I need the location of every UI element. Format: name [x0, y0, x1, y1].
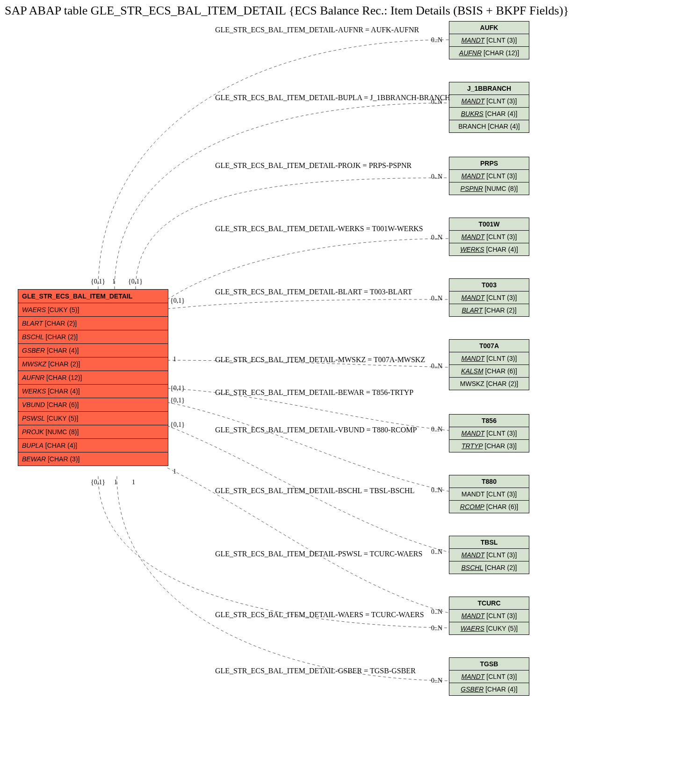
ref-table-field: AUFNR [CHAR (12)] — [449, 47, 529, 59]
main-field-row: VBUND [CHAR (6)] — [18, 398, 168, 412]
multiplicity-source: {0,1} — [170, 397, 185, 404]
ref-table-name: AUFK — [449, 22, 529, 34]
relationship-label: GLE_STR_ECS_BAL_ITEM_DETAIL-BEWAR = T856… — [215, 388, 413, 397]
multiplicity-target: 0..N — [431, 36, 442, 44]
ref-table-t007a: T007AMANDT [CLNT (3)]KALSM [CHAR (6)]MWS… — [449, 339, 529, 390]
ref-table-name: TCURC — [449, 597, 529, 610]
main-field-row: PSWSL [CUKY (5)] — [18, 412, 168, 425]
relationship-label: GLE_STR_ECS_BAL_ITEM_DETAIL-WAERS = TCUR… — [215, 611, 424, 619]
ref-table-field: MANDT [CLNT (3)] — [449, 95, 529, 108]
multiplicity-target: 0..N — [431, 677, 442, 685]
ref-table-name: T856 — [449, 415, 529, 427]
ref-table-field: PSPNR [NUMC (8)] — [449, 182, 529, 195]
multiplicity-target: 0..N — [431, 625, 442, 632]
multiplicity-target: 0..N — [431, 363, 442, 370]
multiplicity-target: 0..N — [431, 608, 442, 616]
diagram-title: SAP ABAP table GLE_STR_ECS_BAL_ITEM_DETA… — [5, 4, 569, 18]
ref-table-field: WERKS [CHAR (4)] — [449, 243, 529, 255]
ref-table-tcurc: TCURCMANDT [CLNT (3)]WAERS [CUKY (5)] — [449, 597, 529, 635]
main-field-row: WAERS [CUKY (5)] — [18, 303, 168, 317]
ref-table-field: BUKRS [CHAR (4)] — [449, 108, 529, 120]
multiplicity-source: 1 — [114, 479, 117, 486]
multiplicity-source: 1 — [112, 278, 115, 285]
relationship-label: GLE_STR_ECS_BAL_ITEM_DETAIL-WERKS = T001… — [215, 225, 423, 233]
ref-table-aufk: AUFKMANDT [CLNT (3)]AUFNR [CHAR (12)] — [449, 21, 529, 59]
ref-table-field: MANDT [CLNT (3)] — [449, 291, 529, 304]
main-field-row: BLART [CHAR (2)] — [18, 317, 168, 330]
multiplicity-target: 0..N — [431, 98, 442, 106]
relationship-label: GLE_STR_ECS_BAL_ITEM_DETAIL-BLART = T003… — [215, 288, 412, 296]
ref-table-field: MANDT [CLNT (3)] — [449, 670, 529, 683]
main-field-row: BSCHL [CHAR (2)] — [18, 330, 168, 344]
ref-table-t001w: T001WMANDT [CLNT (3)]WERKS [CHAR (4)] — [449, 218, 529, 256]
relationship-label: GLE_STR_ECS_BAL_ITEM_DETAIL-BSCHL = TBSL… — [215, 487, 414, 495]
main-entity-name: GLE_STR_ECS_BAL_ITEM_DETAIL — [18, 290, 168, 303]
ref-table-prps: PRPSMANDT [CLNT (3)]PSPNR [NUMC (8)] — [449, 157, 529, 195]
ref-table-name: T003 — [449, 279, 529, 291]
ref-table-t880: T880MANDT [CLNT (3)]RCOMP [CHAR (6)] — [449, 475, 529, 513]
ref-table-field: RCOMP [CHAR (6)] — [449, 501, 529, 513]
ref-table-j_1bbranch: J_1BBRANCHMANDT [CLNT (3)]BUKRS [CHAR (4… — [449, 82, 529, 133]
ref-table-field: BLART [CHAR (2)] — [449, 304, 529, 316]
multiplicity-source: {0,1} — [91, 278, 105, 285]
ref-table-field: BRANCH [CHAR (4)] — [449, 120, 529, 132]
multiplicity-target: 0..N — [431, 173, 442, 181]
ref-table-name: T007A — [449, 340, 529, 352]
ref-table-field: WAERS [CUKY (5)] — [449, 622, 529, 634]
relationship-label: GLE_STR_ECS_BAL_ITEM_DETAIL-PSWSL = TCUR… — [215, 550, 422, 558]
ref-table-field: MANDT [CLNT (3)] — [449, 427, 529, 440]
ref-table-name: TBSL — [449, 536, 529, 549]
ref-table-field: MWSKZ [CHAR (2)] — [449, 378, 529, 390]
multiplicity-target: 0..N — [431, 548, 442, 556]
multiplicity-source: {0,1} — [128, 278, 143, 285]
ref-table-field: KALSM [CHAR (6)] — [449, 365, 529, 378]
ref-table-field: MANDT [CLNT (3)] — [449, 34, 529, 47]
relationship-label: GLE_STR_ECS_BAL_ITEM_DETAIL-VBUND = T880… — [215, 426, 417, 434]
relationship-label: GLE_STR_ECS_BAL_ITEM_DETAIL-GSBER = TGSB… — [215, 667, 416, 675]
ref-table-name: J_1BBRANCH — [449, 82, 529, 95]
ref-table-field: MANDT [CLNT (3)] — [449, 488, 529, 501]
main-field-row: GSBER [CHAR (4)] — [18, 344, 168, 357]
ref-table-tgsb: TGSBMANDT [CLNT (3)]GSBER [CHAR (4)] — [449, 657, 529, 696]
multiplicity-target: 0..N — [431, 234, 442, 241]
main-field-row: MWSKZ [CHAR (2)] — [18, 357, 168, 371]
relationship-label: GLE_STR_ECS_BAL_ITEM_DETAIL-BUPLA = J_1B… — [215, 94, 450, 102]
main-field-row: WERKS [CHAR (4)] — [18, 385, 168, 398]
multiplicity-source: {0,1} — [170, 297, 185, 305]
multiplicity-source: 1 — [173, 356, 176, 363]
multiplicity-source: {0,1} — [170, 385, 185, 392]
main-field-row: AUFNR [CHAR (12)] — [18, 371, 168, 385]
main-field-row: BUPLA [CHAR (4)] — [18, 439, 168, 452]
ref-table-name: PRPS — [449, 157, 529, 170]
ref-table-field: MANDT [CLNT (3)] — [449, 231, 529, 243]
ref-table-name: T001W — [449, 218, 529, 231]
multiplicity-target: 0..N — [431, 487, 442, 494]
ref-table-field: MANDT [CLNT (3)] — [449, 610, 529, 622]
relationship-label: GLE_STR_ECS_BAL_ITEM_DETAIL-PROJK = PRPS… — [215, 161, 411, 170]
ref-table-name: TGSB — [449, 658, 529, 670]
multiplicity-source: {0,1} — [170, 421, 185, 429]
ref-table-t003: T003MANDT [CLNT (3)]BLART [CHAR (2)] — [449, 278, 529, 317]
relationship-label: GLE_STR_ECS_BAL_ITEM_DETAIL-AUFNR = AUFK… — [215, 26, 419, 34]
ref-table-t856: T856MANDT [CLNT (3)]TRTYP [CHAR (3)] — [449, 414, 529, 452]
ref-table-field: GSBER [CHAR (4)] — [449, 683, 529, 695]
ref-table-field: BSCHL [CHAR (2)] — [449, 561, 529, 574]
multiplicity-target: 0..N — [431, 295, 442, 302]
multiplicity-source: 1 — [132, 479, 135, 486]
main-field-row: BEWAR [CHAR (3)] — [18, 452, 168, 466]
ref-table-name: T880 — [449, 475, 529, 488]
main-entity-table: GLE_STR_ECS_BAL_ITEM_DETAIL WAERS [CUKY … — [18, 289, 168, 466]
ref-table-tbsl: TBSLMANDT [CLNT (3)]BSCHL [CHAR (2)] — [449, 536, 529, 574]
relationship-label: GLE_STR_ECS_BAL_ITEM_DETAIL-MWSKZ = T007… — [215, 356, 425, 364]
ref-table-field: MANDT [CLNT (3)] — [449, 170, 529, 182]
ref-table-field: MANDT [CLNT (3)] — [449, 549, 529, 561]
ref-table-field: TRTYP [CHAR (3)] — [449, 440, 529, 452]
main-field-row: PROJK [NUMC (8)] — [18, 425, 168, 439]
multiplicity-target: 0..N — [431, 426, 442, 433]
multiplicity-source: 1 — [173, 468, 176, 475]
multiplicity-source: {0,1} — [91, 479, 105, 486]
ref-table-field: MANDT [CLNT (3)] — [449, 352, 529, 365]
